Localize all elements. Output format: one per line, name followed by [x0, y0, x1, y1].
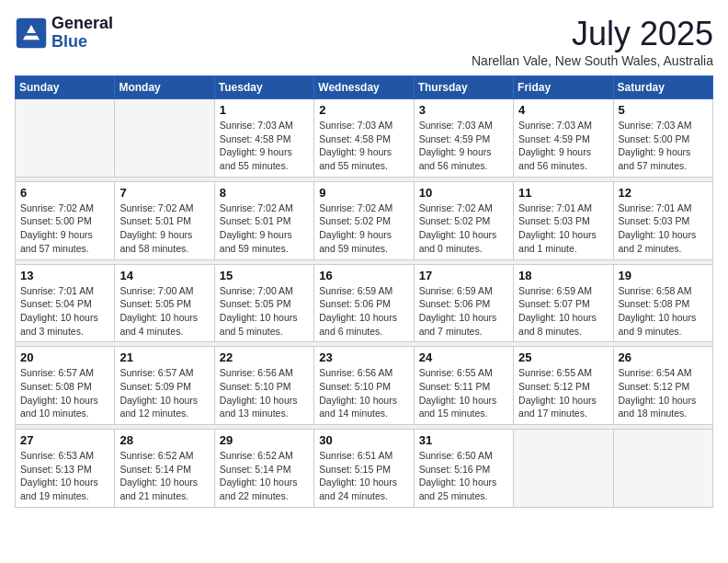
day-number: 15	[220, 269, 309, 282]
calendar-week-1: 1Sunrise: 7:03 AM Sunset: 4:58 PM Daylig…	[16, 99, 713, 178]
day-info: Sunrise: 6:59 AM Sunset: 5:07 PM Dayligh…	[518, 284, 608, 339]
day-info: Sunrise: 6:54 AM Sunset: 5:12 PM Dayligh…	[619, 366, 708, 420]
day-info: Sunrise: 7:02 AM Sunset: 5:01 PM Dayligh…	[220, 201, 309, 256]
calendar-cell	[514, 430, 613, 508]
calendar-week-4: 20Sunrise: 6:57 AM Sunset: 5:08 PM Dayli…	[16, 347, 713, 425]
day-info: Sunrise: 6:56 AM Sunset: 5:10 PM Dayligh…	[319, 366, 408, 420]
calendar-cell: 5Sunrise: 7:03 AM Sunset: 5:00 PM Daylig…	[613, 99, 712, 178]
day-number: 17	[419, 269, 508, 282]
calendar-cell	[115, 99, 214, 178]
day-number: 31	[419, 433, 508, 447]
day-number: 27	[20, 433, 109, 447]
day-number: 9	[319, 186, 408, 200]
calendar-cell: 31Sunrise: 6:50 AM Sunset: 5:16 PM Dayli…	[414, 430, 513, 508]
day-number: 21	[119, 350, 209, 364]
calendar-cell: 11Sunrise: 7:01 AM Sunset: 5:03 PM Dayli…	[514, 181, 613, 259]
calendar-cell: 14Sunrise: 7:00 AM Sunset: 5:05 PM Dayli…	[115, 264, 214, 342]
day-info: Sunrise: 7:03 AM Sunset: 4:59 PM Dayligh…	[518, 119, 608, 173]
calendar-cell: 2Sunrise: 7:03 AM Sunset: 4:58 PM Daylig…	[314, 99, 414, 178]
day-number: 29	[220, 433, 309, 447]
weekday-header-thursday: Thursday	[414, 76, 513, 99]
svg-rect-2	[26, 33, 38, 36]
month-title: July 2025	[472, 15, 713, 53]
day-number: 20	[20, 350, 109, 364]
weekday-header-tuesday: Tuesday	[214, 76, 313, 99]
day-number: 13	[20, 269, 109, 282]
calendar-cell: 27Sunrise: 6:53 AM Sunset: 5:13 PM Dayli…	[16, 430, 115, 508]
calendar-cell: 1Sunrise: 7:03 AM Sunset: 4:58 PM Daylig…	[214, 99, 313, 178]
weekday-header-sunday: Sunday	[16, 76, 115, 99]
day-number: 5	[619, 103, 708, 117]
calendar-cell: 30Sunrise: 6:51 AM Sunset: 5:15 PM Dayli…	[314, 430, 414, 508]
day-number: 26	[619, 350, 708, 364]
day-number: 6	[20, 186, 109, 200]
day-number: 1	[220, 103, 309, 117]
calendar-week-2: 6Sunrise: 7:02 AM Sunset: 5:00 PM Daylig…	[16, 181, 713, 259]
day-info: Sunrise: 7:03 AM Sunset: 5:00 PM Dayligh…	[619, 119, 708, 173]
day-info: Sunrise: 6:52 AM Sunset: 5:14 PM Dayligh…	[220, 449, 309, 503]
calendar-cell: 20Sunrise: 6:57 AM Sunset: 5:08 PM Dayli…	[16, 347, 115, 425]
page-header: General Blue July 2025 Narellan Vale, Ne…	[15, 15, 713, 68]
calendar-cell: 21Sunrise: 6:57 AM Sunset: 5:09 PM Dayli…	[115, 347, 214, 425]
calendar-cell: 28Sunrise: 6:52 AM Sunset: 5:14 PM Dayli…	[115, 430, 214, 508]
day-info: Sunrise: 7:03 AM Sunset: 4:58 PM Dayligh…	[319, 119, 408, 173]
location-subtitle: Narellan Vale, New South Wales, Australi…	[472, 53, 713, 68]
day-number: 28	[119, 433, 209, 447]
day-info: Sunrise: 7:02 AM Sunset: 5:02 PM Dayligh…	[319, 201, 408, 256]
day-info: Sunrise: 6:57 AM Sunset: 5:08 PM Dayligh…	[20, 366, 109, 420]
day-info: Sunrise: 6:58 AM Sunset: 5:08 PM Dayligh…	[619, 284, 708, 339]
day-info: Sunrise: 7:01 AM Sunset: 5:04 PM Dayligh…	[20, 284, 109, 339]
calendar-cell	[613, 430, 712, 508]
day-info: Sunrise: 7:03 AM Sunset: 4:58 PM Dayligh…	[220, 119, 309, 173]
day-info: Sunrise: 6:59 AM Sunset: 5:06 PM Dayligh…	[419, 284, 508, 339]
day-number: 30	[319, 433, 408, 447]
calendar-cell: 8Sunrise: 7:02 AM Sunset: 5:01 PM Daylig…	[214, 181, 313, 259]
calendar-cell: 15Sunrise: 7:00 AM Sunset: 5:05 PM Dayli…	[214, 264, 313, 342]
day-number: 25	[518, 350, 608, 364]
calendar-cell: 26Sunrise: 6:54 AM Sunset: 5:12 PM Dayli…	[613, 347, 712, 425]
calendar-cell: 29Sunrise: 6:52 AM Sunset: 5:14 PM Dayli…	[214, 430, 313, 508]
day-info: Sunrise: 6:57 AM Sunset: 5:09 PM Dayligh…	[119, 366, 209, 420]
logo: General Blue	[15, 15, 113, 52]
weekday-header-row: SundayMondayTuesdayWednesdayThursdayFrid…	[16, 76, 713, 99]
day-info: Sunrise: 7:02 AM Sunset: 5:01 PM Dayligh…	[119, 201, 209, 256]
calendar-week-5: 27Sunrise: 6:53 AM Sunset: 5:13 PM Dayli…	[16, 430, 713, 508]
weekday-header-wednesday: Wednesday	[314, 76, 414, 99]
title-block: July 2025 Narellan Vale, New South Wales…	[472, 15, 713, 68]
weekday-header-monday: Monday	[115, 76, 214, 99]
day-info: Sunrise: 6:56 AM Sunset: 5:10 PM Dayligh…	[220, 366, 309, 420]
logo-text: General Blue	[51, 15, 113, 52]
day-info: Sunrise: 6:55 AM Sunset: 5:11 PM Dayligh…	[419, 366, 508, 420]
calendar-cell: 6Sunrise: 7:02 AM Sunset: 5:00 PM Daylig…	[16, 181, 115, 259]
day-number: 2	[319, 103, 408, 117]
calendar-cell: 18Sunrise: 6:59 AM Sunset: 5:07 PM Dayli…	[514, 264, 613, 342]
day-number: 7	[119, 186, 209, 200]
calendar-cell: 12Sunrise: 7:01 AM Sunset: 5:03 PM Dayli…	[613, 181, 712, 259]
calendar-cell: 24Sunrise: 6:55 AM Sunset: 5:11 PM Dayli…	[414, 347, 513, 425]
calendar-cell: 13Sunrise: 7:01 AM Sunset: 5:04 PM Dayli…	[16, 264, 115, 342]
calendar-cell	[16, 99, 115, 178]
day-info: Sunrise: 7:02 AM Sunset: 5:02 PM Dayligh…	[419, 201, 508, 256]
day-info: Sunrise: 7:01 AM Sunset: 5:03 PM Dayligh…	[619, 201, 708, 256]
calendar-cell: 4Sunrise: 7:03 AM Sunset: 4:59 PM Daylig…	[514, 99, 613, 178]
day-number: 4	[518, 103, 608, 117]
day-info: Sunrise: 6:59 AM Sunset: 5:06 PM Dayligh…	[319, 284, 408, 339]
day-number: 19	[619, 269, 708, 282]
day-number: 18	[518, 269, 608, 282]
calendar-cell: 19Sunrise: 6:58 AM Sunset: 5:08 PM Dayli…	[613, 264, 712, 342]
calendar-cell: 22Sunrise: 6:56 AM Sunset: 5:10 PM Dayli…	[214, 347, 313, 425]
day-info: Sunrise: 6:50 AM Sunset: 5:16 PM Dayligh…	[419, 449, 508, 503]
day-info: Sunrise: 7:02 AM Sunset: 5:00 PM Dayligh…	[20, 201, 109, 256]
day-number: 23	[319, 350, 408, 364]
day-info: Sunrise: 6:53 AM Sunset: 5:13 PM Dayligh…	[20, 449, 109, 503]
calendar-cell: 3Sunrise: 7:03 AM Sunset: 4:59 PM Daylig…	[414, 99, 513, 178]
day-info: Sunrise: 7:03 AM Sunset: 4:59 PM Dayligh…	[419, 119, 508, 173]
calendar-table: SundayMondayTuesdayWednesdayThursdayFrid…	[15, 75, 713, 508]
day-info: Sunrise: 6:55 AM Sunset: 5:12 PM Dayligh…	[518, 366, 608, 420]
day-number: 22	[220, 350, 309, 364]
day-info: Sunrise: 7:00 AM Sunset: 5:05 PM Dayligh…	[220, 284, 309, 339]
day-info: Sunrise: 6:52 AM Sunset: 5:14 PM Dayligh…	[119, 449, 209, 503]
calendar-week-3: 13Sunrise: 7:01 AM Sunset: 5:04 PM Dayli…	[16, 264, 713, 342]
weekday-header-friday: Friday	[514, 76, 613, 99]
calendar-cell: 7Sunrise: 7:02 AM Sunset: 5:01 PM Daylig…	[115, 181, 214, 259]
